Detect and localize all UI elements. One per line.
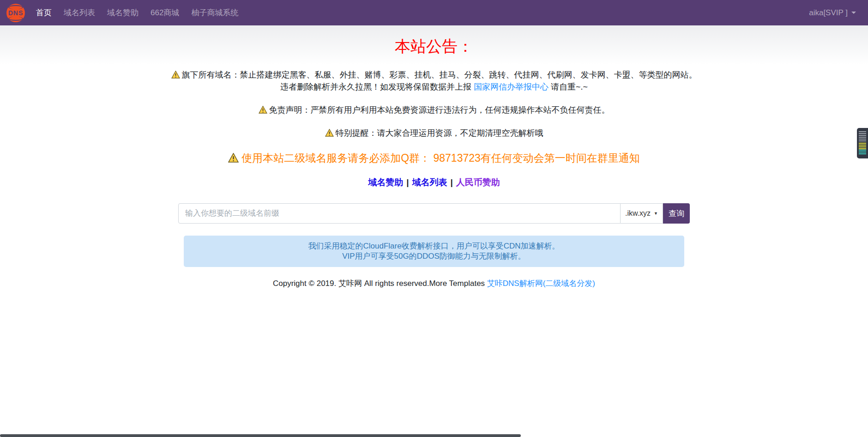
link-domain-list[interactable]: 域名列表: [412, 177, 447, 187]
report-center-link[interactable]: 国家网信办举报中心: [474, 82, 549, 91]
user-label: aika[SVIP ]: [809, 8, 848, 18]
info-line-2: VIP用户可享受50G的DDOS防御能力与无限制解析。: [188, 251, 680, 261]
nav-menu: 首页 域名列表 域名赞助 662商城 柚子商城系统: [36, 7, 238, 18]
footer: Copyright © 2019. 艾咔网 All rights reserve…: [171, 278, 697, 289]
warning-icon: [228, 153, 239, 163]
warning-icon: [325, 129, 334, 137]
main-content: 本站公告： 旗下所有域名：禁止搭建绑定黑客、私服、外挂、赌博、彩票、挂机、挂马、…: [0, 25, 868, 289]
horizontal-scrollbar[interactable]: [0, 434, 521, 437]
nav-item-home[interactable]: 首页: [36, 7, 52, 18]
copyright-text: Copyright © 2019. 艾咔网 All rights reserve…: [273, 279, 487, 288]
footer-site-link[interactable]: 艾咔DNS解析网(二级域名分发): [487, 279, 595, 288]
warning-text-pre: 旗下所有域名：禁止搭建绑定黑客、私服、外挂、赌博、彩票、挂机、挂马、分裂、跳转、…: [182, 70, 697, 91]
chevron-down-icon: [851, 12, 856, 14]
logo-text: DNS: [8, 9, 24, 17]
warning-text-post: 请自重~.~: [549, 82, 588, 91]
disclaimer-text: 免责声明：严禁所有用户利用本站免费资源进行违法行为，任何违规操作本站不负任何责任…: [269, 105, 610, 115]
select-caret-icon: ▼: [654, 211, 658, 216]
qq-notice-text: 使用本站二级域名服务请务必添加Q群： 98713723有任何变动会第一时间在群里…: [241, 152, 640, 164]
reminder-text: 特别提醒：请大家合理运用资源，不定期清理空壳解析哦: [336, 128, 543, 138]
warning-disclaimer: 免责声明：严禁所有用户利用本站免费资源进行违法行为，任何违规操作本站不负任何责任…: [171, 104, 697, 116]
domain-prefix-input[interactable]: [178, 203, 621, 224]
widget-stripes-gray: [859, 131, 866, 142]
domain-search-bar: .ikw.xyz ▼ 查询: [178, 203, 690, 224]
navbar: DNS 首页 域名列表 域名赞助 662商城 柚子商城系统 aika[SVIP …: [0, 0, 868, 25]
warning-domains: 旗下所有域名：禁止搭建绑定黑客、私服、外挂、赌博、彩票、挂机、挂马、分裂、跳转、…: [171, 69, 697, 93]
quick-links: 域名赞助|域名列表|人民币赞助: [171, 176, 697, 188]
search-button[interactable]: 查询: [663, 203, 690, 224]
widget-stripes-teal: [859, 150, 866, 155]
warning-reminder: 特别提醒：请大家合理运用资源，不定期清理空壳解析哦: [171, 127, 697, 139]
browser-extension-widget[interactable]: [857, 128, 868, 158]
user-menu[interactable]: aika[SVIP ]: [809, 8, 856, 18]
link-rmb-sponsor[interactable]: 人民币赞助: [456, 177, 500, 187]
nav-item-domain-sponsor[interactable]: 域名赞助: [107, 7, 139, 18]
dns-globe-icon: DNS: [6, 4, 25, 22]
nav-item-domain-list[interactable]: 域名列表: [64, 7, 95, 18]
info-line-1: 我们采用稳定的CloudFlare收费解析接口，用户可以享受CDN加速解析。: [188, 241, 680, 251]
link-domain-sponsor[interactable]: 域名赞助: [368, 177, 403, 187]
nav-item-youzi-shop[interactable]: 柚子商城系统: [191, 7, 238, 18]
widget-stripes-yellow: [859, 143, 866, 149]
cdn-info-box: 我们采用稳定的CloudFlare收费解析接口，用户可以享受CDN加速解析。 V…: [184, 236, 684, 267]
selected-suffix: .ikw.xyz: [625, 209, 651, 218]
separator: |: [406, 177, 409, 187]
separator: |: [451, 177, 453, 187]
domain-suffix-select[interactable]: .ikw.xyz ▼: [621, 203, 663, 224]
qq-group-notice: 使用本站二级域名服务请务必添加Q群： 98713723有任何变动会第一时间在群里…: [171, 151, 697, 165]
warning-icon: [259, 106, 267, 114]
warning-icon: [171, 71, 180, 79]
nav-item-662-shop[interactable]: 662商城: [151, 7, 179, 18]
site-logo[interactable]: DNS: [6, 4, 25, 22]
page-title: 本站公告：: [171, 38, 697, 54]
